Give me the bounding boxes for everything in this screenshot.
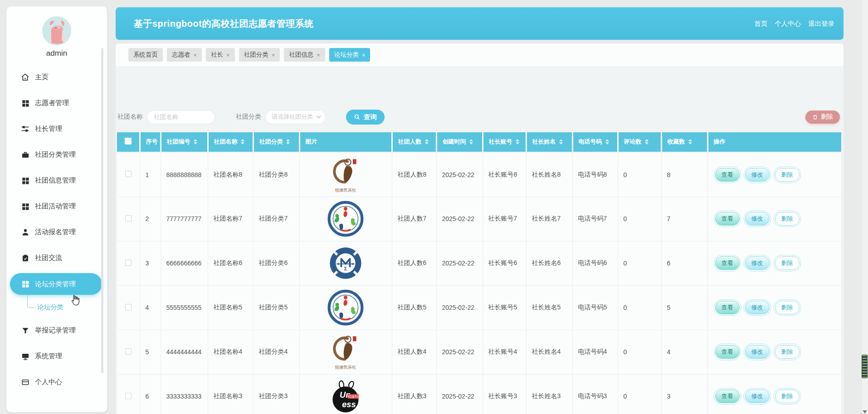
delete-button[interactable]: 删除 [775,390,800,403]
scrollbar-down-arrow-icon[interactable] [863,410,867,414]
col-favorite-count[interactable]: 收藏数 [661,132,707,152]
actions-cell: 查看修改删除 [707,197,841,241]
page-scrollbar[interactable] [861,0,868,414]
sidebar-item-label: 举报记录管理 [35,326,76,335]
sidebar-item-2[interactable]: 社长管理 [6,116,107,142]
sort-icon[interactable] [605,139,609,144]
column-label: 序号 [146,138,158,146]
col-member-count[interactable]: 社团人数 [392,132,436,152]
col-phone[interactable]: 电话号码 [572,132,618,152]
sidebar-item-1[interactable]: 志愿者管理 [6,90,107,116]
sidebar-item-10[interactable]: 系统管理 [6,343,107,369]
sort-icon[interactable] [425,139,429,144]
row-checkbox[interactable] [125,304,132,310]
sort-icon[interactable] [194,139,197,144]
row-checkbox[interactable] [125,215,132,221]
col-club-name[interactable]: 社团名称 [208,132,253,152]
sidebar-item-7[interactable]: 社团交流 [6,245,107,271]
club-category: 社团分类7 [253,197,299,241]
delete-button[interactable]: 删除 [775,168,800,182]
delete-button[interactable]: 删除 [775,345,800,359]
edit-button[interactable]: 修改 [745,168,770,182]
select-all-checkbox[interactable] [125,138,132,144]
row-select-cell [117,330,140,374]
view-button[interactable]: 查看 [715,345,740,359]
row-index: 2 [140,197,161,241]
col-leader-account[interactable]: 社长账号 [483,132,526,152]
column-label: 图片 [306,138,317,146]
col-leader-name[interactable]: 社长姓名 [526,132,572,152]
row-checkbox[interactable] [125,171,132,177]
sort-icon[interactable] [645,139,649,144]
sort-icon[interactable] [241,139,244,144]
sidebar-item-4[interactable]: 社团信息管理 [6,168,107,193]
delete-button[interactable]: 删除 [775,256,800,270]
created-time: 2025-02-22 [436,374,483,414]
tab-4[interactable]: 社团信息× [284,48,325,62]
tab-0[interactable]: 系统首页 [128,48,163,62]
tab-3[interactable]: 社团分类× [239,48,280,62]
tab-1[interactable]: 志愿者× [167,48,202,62]
sidebar-item-label: 系统管理 [35,352,62,361]
club-category-select[interactable]: 请选择社团分类 [265,110,326,124]
edit-button[interactable]: 修改 [745,301,770,314]
sidebar-item-6[interactable]: 活动报名管理 [6,219,107,245]
sort-icon[interactable] [688,139,692,144]
delete-button[interactable]: 删除 [775,212,800,226]
close-icon[interactable]: × [226,52,230,58]
phone-number: 电话号码7 [572,197,618,241]
home-link[interactable]: 首页 [754,19,767,28]
sidebar-item-8[interactable]: 论坛分类管理 [10,273,102,295]
actions-cell: 查看修改删除 [707,374,841,414]
logout-link[interactable]: 退出登录 [808,19,834,28]
row-checkbox[interactable] [125,260,132,266]
row-checkbox[interactable] [125,393,132,399]
edit-button[interactable]: 修改 [745,390,770,403]
sidebar-item-3[interactable]: 社团分类管理 [6,142,107,168]
sort-icon[interactable] [559,139,563,144]
sidebar-item-9[interactable]: 举报记录管理 [6,318,107,343]
column-label: 电话号码 [579,138,602,146]
col-index: 序号 [140,132,161,152]
close-icon[interactable]: × [362,52,366,58]
row-checkbox[interactable] [125,348,132,355]
batch-delete-button[interactable]: 删除 [805,111,840,124]
sort-icon[interactable] [286,139,290,144]
club-category: 社团分类6 [253,241,299,285]
view-button[interactable]: 查看 [715,301,740,314]
view-button[interactable]: 查看 [715,212,740,226]
delete-button[interactable]: 删除 [775,301,800,314]
sort-icon[interactable] [469,139,473,144]
sidebar-item-label: 社团交流 [35,254,62,262]
close-icon[interactable]: × [272,52,275,58]
club-name: 社团名称4 [208,330,253,374]
sidebar-subitem[interactable]: 论坛分类 [6,297,107,318]
close-icon[interactable]: × [194,52,197,58]
tab-2[interactable]: 社长× [206,48,235,62]
favorite-count: 4 [661,330,707,374]
sidebar-scrollbar[interactable] [101,48,103,373]
col-club-category[interactable]: 社团分类 [253,132,299,152]
view-button[interactable]: 查看 [715,390,740,403]
sidebar-item-11[interactable]: 个人中心 [6,369,107,395]
leader-account: 社长账号7 [483,197,526,241]
tab-5[interactable]: 论坛分类× [329,48,371,62]
edit-button[interactable]: 修改 [745,345,770,359]
view-button[interactable]: 查看 [715,256,740,270]
sidebar-item-5[interactable]: 社团活动管理 [6,193,107,219]
scrollbar-thumb[interactable] [862,355,868,378]
close-icon[interactable]: × [317,52,320,58]
edit-button[interactable]: 修改 [745,256,770,270]
edit-button[interactable]: 修改 [745,212,770,226]
col-comment-count[interactable]: 评论数 [618,132,661,152]
anime-club-logo: Uness动漫社 [299,374,392,414]
sort-icon[interactable] [516,139,519,144]
person-icon [21,228,29,236]
col-club-code[interactable]: 社团编号 [161,132,208,152]
club-name-input[interactable] [147,110,215,124]
col-created-time[interactable]: 创建时间 [436,132,483,152]
profile-link[interactable]: 个人中心 [775,19,801,28]
view-button[interactable]: 查看 [715,168,740,182]
search-button[interactable]: 查询 [346,110,385,125]
sidebar-item-0[interactable]: 主页 [6,64,107,90]
